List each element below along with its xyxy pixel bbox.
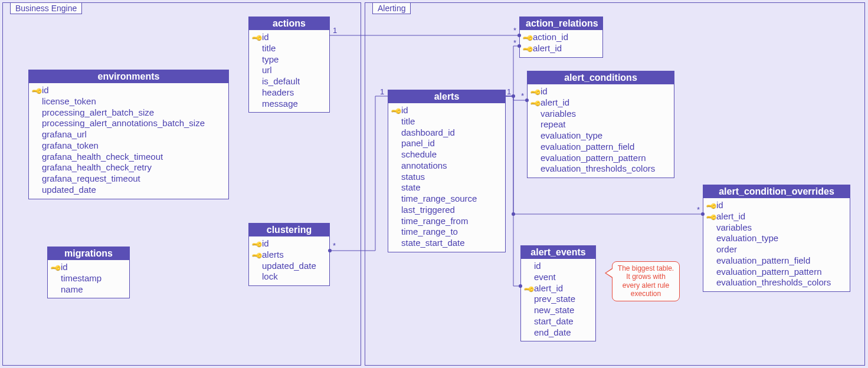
- field: 🔑alert_id: [530, 97, 669, 109]
- card-label-one: 1: [507, 87, 511, 96]
- field-name: evaluation_pattern_pattern: [716, 267, 821, 278]
- card-label-many: *: [333, 241, 336, 250]
- field: annotations: [391, 160, 500, 172]
- field: title: [251, 43, 325, 54]
- entity-body: 🔑id 🔑alert_id variables evaluation_type …: [703, 198, 850, 291]
- field: evaluation_type: [706, 233, 845, 244]
- field: type: [251, 54, 325, 65]
- field-name: grafana_health_check_retry: [42, 162, 152, 173]
- key-icon: 🔑: [30, 85, 42, 97]
- field-name: evaluation_type: [716, 233, 778, 244]
- field: 🔑alert_id: [522, 43, 598, 54]
- entity-body: 🔑action_id 🔑alert_id: [520, 30, 602, 57]
- field: evaluation_type: [530, 130, 669, 142]
- field-name: url: [262, 65, 272, 76]
- entity-body: id event 🔑alert_id prev_state new_state …: [521, 259, 595, 341]
- entity-body: 🔑id license_token processing_alert_batch…: [29, 83, 228, 199]
- field-name: end_date: [534, 327, 571, 339]
- entity-body: 🔑id 🔑alert_id variables repeat evaluatio…: [528, 84, 674, 178]
- field-name: evaluation_type: [541, 130, 602, 142]
- key-icon: 🔑: [49, 262, 61, 274]
- field: order: [706, 244, 845, 255]
- key-icon: 🔑: [705, 211, 717, 224]
- field-name: new_state: [534, 305, 574, 316]
- group-label-business-engine: Business Engine: [10, 2, 82, 14]
- field: 🔑id: [251, 32, 325, 43]
- field-name: evaluation_pattern_field: [716, 255, 810, 267]
- field-name: state: [401, 182, 421, 193]
- note-line: every alert rule: [616, 281, 676, 290]
- field: license_token: [31, 96, 224, 107]
- field-name: alerts: [262, 249, 284, 261]
- field: updated_date: [31, 185, 224, 196]
- field: grafana_health_check_timeout: [31, 152, 224, 163]
- field: panel_id: [391, 138, 500, 149]
- field: grafana_request_timeout: [31, 173, 224, 185]
- field: title: [391, 116, 500, 127]
- entity-clustering: clustering 🔑id 🔑alerts updated_date lock: [248, 223, 330, 286]
- card-label-many: *: [513, 26, 516, 35]
- entity-header: clustering: [249, 224, 329, 236]
- field: grafana_url: [31, 129, 224, 140]
- group-label-alerting: Alerting: [372, 2, 411, 14]
- field: id: [523, 261, 591, 272]
- field-name: message: [262, 98, 298, 110]
- field-name: variables: [716, 222, 752, 234]
- entity-header: actions: [249, 17, 329, 30]
- field-name: annotations: [401, 160, 447, 172]
- field-name: action_id: [533, 32, 568, 43]
- field: updated_date: [251, 261, 325, 272]
- field: prev_state: [523, 294, 591, 305]
- entity-header: environments: [29, 70, 228, 83]
- field: processing_alert_annotations_batch_size: [31, 118, 224, 129]
- field: lock: [251, 271, 325, 282]
- field-name: type: [262, 54, 279, 65]
- card-label-one: 1: [333, 26, 337, 35]
- field-name: alert_id: [716, 211, 745, 222]
- field: evaluation_pattern_pattern: [530, 153, 669, 164]
- field: processing_alert_batch_size: [31, 107, 224, 119]
- field: variables: [530, 109, 669, 120]
- field: 🔑alert_id: [706, 211, 845, 222]
- field-name: is_default: [262, 76, 300, 87]
- field-name: timestamp: [61, 273, 101, 284]
- field: 🔑id: [706, 200, 845, 211]
- entity-environments: environments 🔑id license_token processin…: [28, 70, 229, 199]
- entity-header: migrations: [48, 247, 129, 260]
- field-name: panel_id: [401, 138, 435, 149]
- field: evaluation_pattern_pattern: [706, 267, 845, 278]
- field: state_start_date: [391, 238, 500, 249]
- card-label-many: *: [697, 205, 700, 214]
- entity-body: 🔑id 🔑alerts updated_date lock: [249, 236, 329, 285]
- key-icon: 🔑: [389, 105, 402, 117]
- field-name: time_range_from: [401, 216, 468, 227]
- card-label-many: *: [513, 38, 516, 47]
- field: 🔑id: [50, 262, 125, 273]
- field: evaluation_thresholds_colors: [706, 277, 845, 288]
- field: repeat: [530, 119, 669, 130]
- note-tail-icon: [606, 269, 612, 277]
- field-name: start_date: [534, 316, 574, 327]
- entity-body: 🔑id timestamp name: [48, 260, 129, 298]
- field: evaluation_pattern_field: [706, 255, 845, 267]
- field: time_range_source: [391, 193, 500, 205]
- field-name: time_range_to: [401, 226, 458, 238]
- field: event: [523, 272, 591, 283]
- field-name: grafana_token: [42, 140, 99, 152]
- field: evaluation_pattern_field: [530, 142, 669, 153]
- note-alert-events: The biggest table. It grows with every a…: [612, 261, 680, 301]
- field: 🔑alerts: [251, 249, 325, 261]
- field: timestamp: [50, 273, 125, 284]
- field: 🔑id: [251, 238, 325, 249]
- field: 🔑alert_id: [523, 283, 591, 294]
- field-name: time_range_source: [401, 193, 477, 205]
- field: end_date: [523, 327, 591, 339]
- field: new_state: [523, 305, 591, 316]
- field-name: evaluation_thresholds_colors: [716, 277, 831, 288]
- field-name: variables: [541, 109, 576, 120]
- field-name: state_start_date: [401, 238, 465, 249]
- entity-header: action_relations: [520, 17, 602, 30]
- field: variables: [706, 222, 845, 234]
- field-name: evaluation_thresholds_colors: [541, 163, 655, 175]
- field: 🔑id: [391, 105, 500, 116]
